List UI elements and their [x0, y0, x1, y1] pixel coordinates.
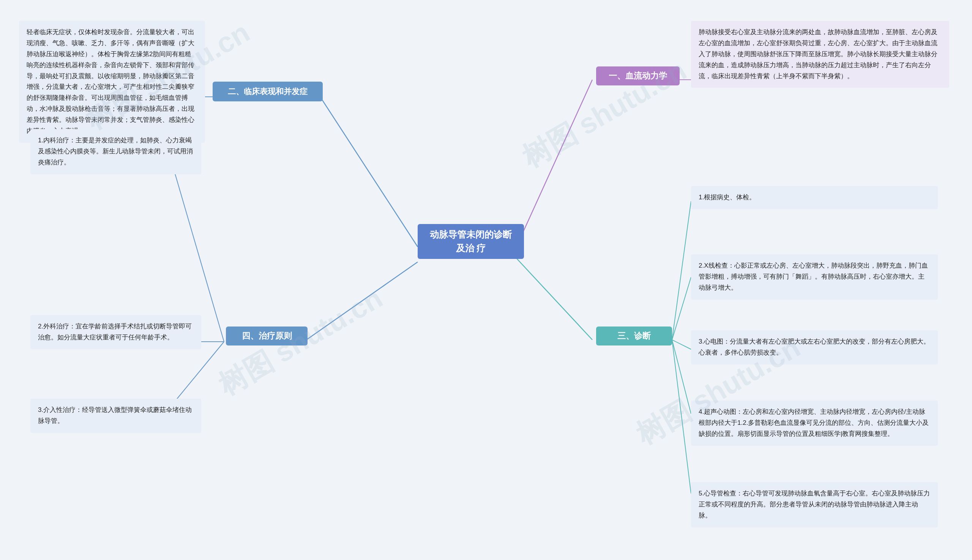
- svg-line-11: [171, 160, 224, 342]
- mindmap-container: 动脉导管未闭的诊断及治 疗 一、血流动力学 肺动脉接受右心室及主动脉分流来的两处…: [0, 0, 972, 560]
- text-treat-1: 1.内科治疗：主要是并发症的处理，如肺炎、心力衰竭及感染性心内膜炎等。新生儿动脉…: [30, 129, 201, 174]
- center-node: 动脉导管未闭的诊断及治 疗: [418, 224, 524, 259]
- svg-line-1: [516, 258, 592, 340]
- branch-diagnosis: 三、诊断: [596, 327, 672, 345]
- svg-line-9: [672, 340, 691, 493]
- branch-blood-dynamics: 一、血流动力学: [596, 67, 680, 85]
- text-blood-dynamics-content: 肺动脉接受右心室及主动脉分流来的两处血，故肺动脉血流增加，至肺脏、左心房及左心室…: [691, 21, 949, 88]
- svg-line-13: [171, 342, 224, 406]
- text-diag-4: 4.超声心动图：左心房和左心室内径增宽、主动脉内径增宽，左心房内径/主动脉根部内…: [691, 400, 938, 446]
- svg-line-2: [319, 95, 418, 247]
- branch-treatment: 四、治疗原则: [226, 327, 308, 345]
- branch-clinical: 二、临床表现和并发症: [213, 82, 323, 102]
- text-treat-2: 2.外科治疗：宜在学龄前选择手术结扎或切断导管即可治愈。如分流量大症状重者可于任…: [30, 315, 201, 349]
- text-diag-1: 1.根据病史、体检。: [691, 186, 938, 209]
- svg-line-8: [672, 340, 691, 414]
- svg-line-3: [304, 262, 418, 342]
- svg-line-0: [516, 80, 592, 247]
- text-diag-5: 5.心导管检查：右心导管可发现肺动脉血氧含量高于右心室。右心室及肺动脉压力正常或…: [691, 482, 938, 527]
- text-diag-3: 3.心电图：分流量大者有左心室肥大或左右心室肥大的改变，部分有左心房肥大。心衰者…: [691, 330, 938, 365]
- svg-line-6: [672, 277, 691, 340]
- svg-line-7: [672, 340, 691, 349]
- text-treat-3: 3.介入性治疗：经导管送入微型弹簧伞或蘑菇伞堵住动脉导管。: [30, 398, 201, 433]
- text-diag-2: 2.X线检查：心影正常或左心房、左心室增大，肺动脉段突出，肺野充血，肺门血管影增…: [691, 254, 938, 300]
- svg-line-5: [672, 201, 691, 340]
- text-clinical-content: 轻者临床无症状，仅体检时发现杂音。分流量较大者，可出现消瘦、气急、咳嗽、乏力、多…: [19, 21, 205, 143]
